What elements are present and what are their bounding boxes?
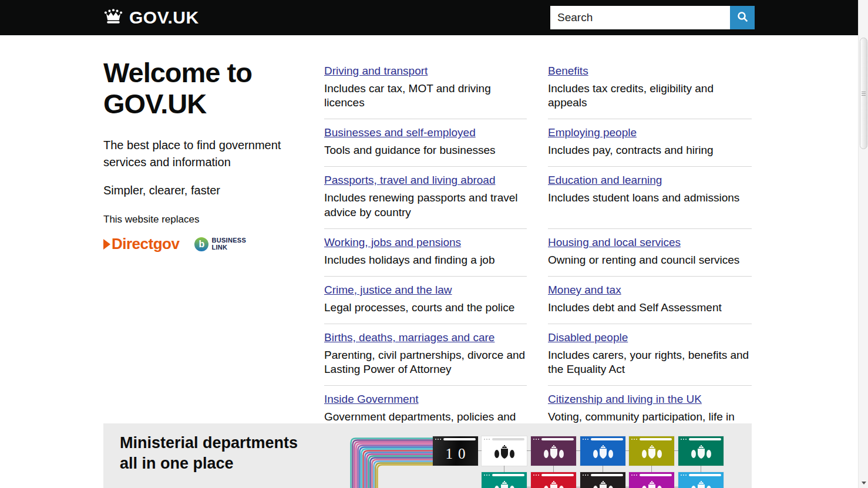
category-desc: Includes pay, contracts and hiring [548, 143, 752, 157]
department-tile [629, 472, 674, 488]
category-desc: Owning or renting and council services [548, 253, 752, 267]
departments-heading: Ministerial departments all in one place [120, 433, 314, 473]
window-dot-icon [435, 439, 436, 440]
category-link-births[interactable]: Births, deaths, marriages and care [324, 331, 494, 344]
category-link-money[interactable]: Money and tax [548, 284, 621, 297]
directgov-arrow-icon [103, 239, 110, 250]
category-desc: Includes holidays and finding a job [324, 253, 527, 267]
royal-crest-icon [641, 445, 662, 463]
category-link-citizenship[interactable]: Citizenship and living in the UK [548, 393, 702, 406]
category-desc: Includes debt and Self Assessment [548, 301, 752, 315]
department-tile [482, 472, 527, 488]
category-link-disabled[interactable]: Disabled people [548, 331, 628, 344]
scrollbar-thumb[interactable] [860, 38, 867, 149]
address-bar [591, 438, 623, 440]
category-link-inside-government[interactable]: Inside Government [324, 393, 419, 406]
address-bar [640, 474, 672, 476]
category-item-money: Money and tax Includes debt and Self Ass… [548, 277, 752, 324]
category-item-education: Education and learning Includes student … [548, 167, 752, 228]
royal-crest-icon [543, 481, 564, 488]
number-10-label: 10 [446, 446, 471, 462]
royal-crest-icon [691, 445, 712, 463]
browser-chrome [531, 436, 576, 442]
category-item-businesses: Businesses and self-employed Tools and g… [324, 119, 527, 167]
category-link-employing[interactable]: Employing people [548, 126, 637, 139]
window-dot-icon [440, 439, 441, 440]
search-input[interactable] [550, 6, 730, 29]
department-tile [580, 472, 625, 488]
category-link-education[interactable]: Education and learning [548, 174, 662, 187]
royal-crest-icon [543, 445, 564, 463]
org-chart-line [651, 466, 652, 472]
browser-chrome [678, 472, 724, 478]
address-bar [591, 474, 623, 476]
colored-lines-bundle-illustration [350, 437, 433, 488]
department-tile [531, 472, 576, 488]
department-tile [580, 436, 625, 466]
business-link-text: BUSINESS LINK [211, 237, 246, 251]
search-bar [550, 6, 755, 29]
category-item-employing: Employing people Includes pay, contracts… [548, 119, 752, 167]
category-desc: Parenting, civil partnerships, divorce a… [324, 348, 527, 376]
department-tile [678, 472, 724, 488]
category-link-working[interactable]: Working, jobs and pensions [324, 236, 461, 249]
ministerial-departments-section: Ministerial departments all in one place… [103, 423, 752, 488]
category-item-housing: Housing and local services Owning or ren… [548, 229, 752, 277]
directgov-logo-text: Directgov [112, 235, 179, 253]
scrollbar-down-button[interactable] [859, 478, 868, 488]
hero-panel: Welcome to GOV.UK The best place to find… [103, 58, 297, 447]
browser-chrome [580, 472, 625, 478]
browser-chrome [482, 472, 527, 478]
logo-text: GOV.UK [129, 8, 199, 28]
scrollbar-grip-icon [862, 92, 866, 97]
department-tile [482, 436, 527, 466]
royal-crest-icon [593, 445, 614, 463]
department-tile-number10: 10 [433, 436, 478, 466]
address-bar [640, 438, 672, 440]
category-link-crime[interactable]: Crime, justice and the law [324, 284, 452, 297]
category-link-businesses[interactable]: Businesses and self-employed [324, 126, 476, 139]
browser-chrome [629, 436, 674, 442]
category-desc: Includes car tax, MOT and driving licenc… [324, 82, 527, 110]
category-item-passports: Passports, travel and living abroad Incl… [324, 167, 527, 228]
org-chart-line [603, 466, 603, 472]
category-link-benefits[interactable]: Benefits [548, 65, 588, 78]
org-chart-line [701, 466, 701, 472]
window-dot-icon [438, 439, 439, 440]
hero-subtitle: The best place to find government servic… [103, 137, 297, 171]
category-link-housing[interactable]: Housing and local services [548, 236, 681, 249]
business-link-logo: b BUSINESS LINK [194, 237, 246, 251]
category-link-passports[interactable]: Passports, travel and living abroad [324, 174, 496, 187]
org-chart-line [553, 466, 554, 472]
address-bar [492, 474, 524, 476]
address-bar [541, 438, 574, 440]
page-title: Welcome to GOV.UK [103, 58, 297, 119]
browser-chrome [482, 436, 527, 442]
search-button[interactable] [730, 6, 755, 29]
royal-crest-icon [494, 445, 515, 463]
department-tile [678, 436, 724, 466]
royal-crest-icon [691, 481, 712, 488]
arrow-down-icon [862, 482, 866, 484]
category-link-driving[interactable]: Driving and transport [324, 65, 428, 78]
replaces-label: This website replaces [103, 214, 297, 226]
address-bar [689, 438, 721, 440]
browser-chrome [531, 472, 576, 478]
browser-chrome [629, 472, 674, 478]
category-item-benefits: Benefits Includes tax credits, eligibili… [548, 58, 752, 119]
category-item-crime: Crime, justice and the law Legal process… [324, 277, 527, 324]
department-tile [629, 436, 674, 466]
site-header: GOV.UK [0, 0, 858, 35]
address-bar [541, 474, 574, 476]
replaced-logos: Directgov b BUSINESS LINK [103, 235, 297, 253]
vertical-scrollbar[interactable] [858, 0, 868, 488]
department-tile [531, 436, 576, 466]
browser-chrome [678, 436, 724, 442]
royal-crest-icon [593, 481, 614, 488]
govuk-home-link[interactable]: GOV.UK [103, 8, 199, 28]
search-icon [736, 11, 749, 25]
royal-crest-icon [641, 481, 662, 488]
category-desc: Includes renewing passports and travel a… [324, 191, 527, 219]
category-item-disabled: Disabled people Includes carers, your ri… [548, 324, 752, 386]
royal-crest-icon [494, 481, 515, 488]
